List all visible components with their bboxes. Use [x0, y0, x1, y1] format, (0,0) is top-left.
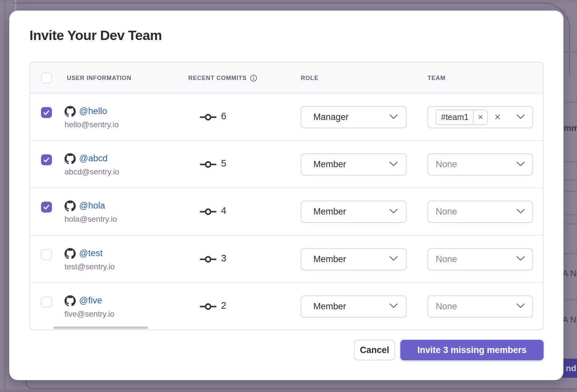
github-icon: [65, 248, 76, 259]
table-row: @five five@sentry.io 2 Member None: [30, 283, 543, 330]
github-icon: [65, 295, 76, 306]
github-username-link[interactable]: @hola: [79, 201, 105, 211]
role-select-value: Member: [313, 207, 389, 217]
team-select[interactable]: None: [427, 153, 533, 176]
background-row-divider: [562, 214, 577, 215]
team-select[interactable]: #team1 ✕ ✕: [427, 106, 533, 128]
row-checkbox[interactable]: [41, 107, 52, 118]
background-clipped-text: A No: [562, 315, 577, 325]
github-username-link[interactable]: @five: [79, 295, 102, 306]
chevron-down-icon: [389, 114, 398, 121]
modal-title: Invite Your Dev Team: [29, 28, 162, 43]
github-username-link[interactable]: @test: [79, 248, 103, 258]
commit-icon: [200, 302, 216, 312]
team-select[interactable]: None: [427, 201, 533, 223]
team-chip-label: #team1: [436, 112, 473, 122]
background-row-divider: [562, 52, 577, 53]
user-email: hola@sentry.io: [65, 215, 117, 224]
role-select[interactable]: Member: [301, 201, 407, 223]
row-checkbox[interactable]: [41, 249, 52, 260]
role-select[interactable]: Member: [301, 295, 407, 318]
background-row-divider: [562, 191, 577, 192]
commit-count: 3: [221, 253, 226, 264]
chevron-down-icon: [389, 256, 398, 262]
commit-count: 2: [221, 300, 226, 311]
chevron-down-icon: [516, 256, 525, 262]
background-clipped-text: A No: [562, 268, 577, 279]
chevron-down-icon: [516, 161, 525, 168]
background-row-divider: [562, 179, 577, 180]
user-email: five@sentry.io: [65, 309, 114, 319]
row-checkbox[interactable]: [41, 296, 52, 307]
role-select-value: Member: [313, 159, 389, 170]
select-all-checkbox[interactable]: [41, 72, 52, 83]
table-row: @hola hola@sentry.io 4 Member None: [30, 188, 543, 235]
team-select-value: None: [436, 254, 516, 264]
info-icon[interactable]: [250, 74, 257, 82]
clear-selection-icon[interactable]: ✕: [494, 112, 501, 122]
invite-dev-team-modal: Invite Your Dev Team USER INFORMATION RE…: [9, 11, 563, 380]
role-select[interactable]: Manager: [301, 106, 407, 128]
user-email: test@sentry.io: [65, 262, 115, 271]
row-checkbox[interactable]: [41, 154, 52, 165]
background-row-divider: [562, 102, 577, 103]
column-header-role: ROLE: [301, 62, 319, 94]
background-row-divider: [562, 223, 577, 224]
role-select-value: Manager: [313, 112, 389, 122]
github-icon: [65, 106, 76, 117]
role-select-value: Member: [313, 254, 389, 264]
column-header-user-information: USER INFORMATION: [67, 62, 131, 94]
background-page-edge: [4, 0, 5, 392]
chevron-down-icon: [389, 209, 398, 215]
background-clipped-text: mmit: [564, 123, 577, 133]
role-select[interactable]: Member: [301, 248, 407, 270]
github-username-link[interactable]: @hello: [79, 106, 107, 116]
table-row: @abcd abcd@sentry.io 5 Member None: [30, 141, 543, 188]
chevron-down-icon: [389, 303, 398, 310]
commit-icon: [200, 255, 216, 265]
chevron-down-icon: [516, 114, 525, 121]
github-icon: [65, 153, 76, 164]
role-select[interactable]: Member: [301, 153, 407, 176]
commit-icon: [200, 160, 216, 170]
table-row: @test test@sentry.io 3 Member None: [30, 236, 543, 283]
horizontal-scrollbar-thumb[interactable]: [53, 327, 148, 329]
team-select-value: None: [436, 301, 516, 312]
table-row: @hello hello@sentry.io 6 Manager #team1 …: [30, 94, 543, 141]
background-row-divider: [562, 299, 577, 300]
team-select[interactable]: None: [427, 248, 533, 270]
team-chip: #team1 ✕: [436, 110, 488, 125]
chevron-down-icon: [389, 161, 398, 168]
role-select-value: Member: [313, 301, 389, 312]
cancel-button[interactable]: Cancel: [354, 340, 395, 360]
commit-count: 6: [221, 111, 226, 122]
github-icon: [65, 200, 76, 212]
commit-count: 4: [221, 205, 226, 216]
recent-commits-label: RECENT COMMITS: [188, 75, 247, 82]
invite-members-table: USER INFORMATION RECENT COMMITS ROLE TEA…: [29, 62, 544, 330]
screen: mmit A No A No nd Invite Your Dev Team U…: [0, 0, 577, 392]
table-header-row: USER INFORMATION RECENT COMMITS ROLE TEA…: [30, 62, 543, 94]
commit-icon: [200, 207, 216, 217]
invite-missing-members-button[interactable]: Invite 3 missing members: [400, 340, 544, 360]
chevron-down-icon: [516, 209, 525, 215]
team-select-value: None: [436, 207, 516, 217]
background-row-divider: [562, 253, 577, 254]
team-select[interactable]: None: [427, 295, 533, 318]
column-header-team: TEAM: [427, 62, 446, 94]
github-username-link[interactable]: @abcd: [79, 153, 108, 164]
background-bottom-band: [0, 390, 577, 392]
commit-count: 5: [221, 158, 226, 169]
row-checkbox[interactable]: [41, 202, 52, 213]
user-email: hello@sentry.io: [65, 120, 119, 129]
user-email: abcd@sentry.io: [65, 167, 119, 176]
column-header-recent-commits: RECENT COMMITS: [188, 62, 257, 94]
chevron-down-icon: [516, 303, 525, 310]
team-select-value: None: [436, 159, 516, 170]
commit-icon: [200, 113, 216, 123]
background-row-divider: [562, 161, 577, 162]
remove-team-icon[interactable]: ✕: [473, 110, 487, 124]
